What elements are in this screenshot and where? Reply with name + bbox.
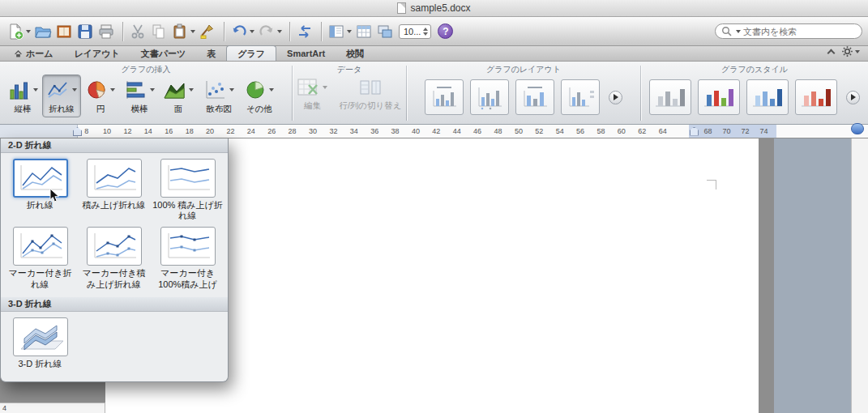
chart-style-thumbnail[interactable]	[698, 79, 740, 115]
ruler-number: 70	[717, 127, 736, 135]
chart-layout-thumbnail[interactable]	[470, 79, 509, 115]
copy-button[interactable]	[149, 21, 169, 42]
chart-style-thumbnail[interactable]	[795, 79, 837, 115]
menu-item-line[interactable]: 折れ線	[3, 159, 77, 221]
copy-icon	[150, 23, 168, 40]
print-button[interactable]	[96, 21, 116, 42]
tab-review[interactable]: 校閲	[336, 46, 374, 61]
insert-other-chart-button[interactable]: その他	[240, 75, 279, 117]
ribbon-settings-button[interactable]	[841, 45, 860, 57]
search-input[interactable]	[743, 27, 856, 36]
show-table-button[interactable]	[354, 21, 374, 42]
chevron-down-icon	[855, 50, 860, 53]
edit-data-button[interactable]: 編集	[293, 75, 331, 113]
gallery-button[interactable]	[54, 21, 74, 42]
toolbar-separator	[289, 22, 290, 41]
tab-layout[interactable]: レイアウト	[64, 46, 130, 61]
ruler-number: 62	[632, 127, 652, 135]
chart-layout-thumbnail[interactable]	[425, 79, 464, 115]
chevron-down-icon	[150, 88, 155, 92]
zoom-combobox[interactable]: 10...	[399, 24, 431, 39]
menu-item-marker-100-stacked[interactable]: マーカー付き100%積み上げ	[151, 227, 224, 289]
menu-item-marker-stacked-line[interactable]: マーカー付き積み上げ折れ線	[77, 227, 151, 289]
view-layout-button[interactable]	[327, 21, 353, 42]
ruler-number: 58	[591, 127, 611, 135]
word-window: sample5.docx	[0, 0, 868, 413]
document-area: 4 2-D 折れ線 折れ線	[0, 138, 868, 413]
format-swap-button[interactable]	[295, 21, 314, 42]
chevron-down-icon	[72, 88, 77, 92]
redo-button[interactable]	[257, 21, 283, 42]
search-box[interactable]	[715, 23, 862, 39]
collapse-ribbon-button[interactable]	[827, 49, 836, 57]
tab-chart[interactable]: グラフ	[226, 45, 276, 61]
media-browser-button[interactable]	[375, 21, 395, 42]
ruler-number: 72	[736, 127, 755, 135]
tab-smartart[interactable]: SmartArt	[276, 46, 336, 61]
group-label: グラフの挿入	[0, 62, 292, 74]
play-right-icon	[614, 94, 618, 100]
format-brush-icon	[199, 23, 216, 40]
ruler-number: 30	[302, 127, 323, 135]
new-document-button[interactable]	[6, 21, 32, 42]
scatter-chart-icon	[203, 79, 226, 100]
menu-section-header: 2-D 折れ線	[1, 138, 228, 153]
ruler-number: 52	[529, 127, 549, 135]
horizontal-scrollbar[interactable]: 4	[0, 402, 105, 413]
help-button[interactable]: ?	[438, 23, 453, 39]
insert-bar-chart-button[interactable]: 横棒	[120, 75, 159, 117]
save-button[interactable]	[75, 21, 95, 42]
chart-style-thumbnail[interactable]	[649, 79, 691, 115]
menu-item-100-stacked-line[interactable]: 100% 積み上げ折れ線	[151, 159, 224, 221]
switch-row-column-button[interactable]: 行/列の切り替え	[336, 75, 404, 113]
format-painter-button[interactable]	[198, 21, 217, 42]
group-chart-style: グラフのスタイル	[641, 62, 868, 124]
tab-home[interactable]: ホーム	[3, 46, 64, 61]
cut-button[interactable]	[128, 21, 148, 42]
button-label: 面	[174, 104, 183, 115]
open-button[interactable]	[33, 21, 53, 42]
zoom-value: 10...	[404, 27, 421, 36]
ruler-number: 42	[426, 127, 447, 135]
tab-table[interactable]: 表	[196, 46, 226, 61]
style-preview-icon	[798, 85, 834, 109]
chevron-down-icon	[323, 86, 327, 89]
tab-document-parts[interactable]: 文書パーツ	[130, 46, 197, 61]
layout-more-button[interactable]	[609, 91, 622, 104]
ruler-number: 40	[405, 127, 425, 135]
pie-chart-icon	[86, 79, 107, 100]
menu-item-marker-line[interactable]: マーカー付き折れ線	[3, 227, 77, 289]
columns-view-icon	[327, 23, 345, 40]
chevron-down-icon	[277, 30, 282, 33]
ruler-number: 44	[447, 127, 467, 135]
tab-label: レイアウト	[75, 48, 120, 60]
bar-chart-icon	[124, 79, 147, 100]
marker-line-thumb	[13, 227, 68, 266]
style-more-button[interactable]	[846, 91, 860, 104]
chart-layout-thumbnail[interactable]	[561, 79, 600, 115]
insert-scatter-chart-button[interactable]: 散布図	[198, 75, 240, 117]
style-preview-icon	[652, 85, 688, 109]
menu-item-3d-line[interactable]: 3-D 折れ線	[3, 317, 77, 369]
vertical-scrollbar-track[interactable]	[851, 138, 868, 413]
chart-layout-thumbnail[interactable]	[515, 79, 554, 115]
chevron-down-icon	[250, 30, 254, 33]
home-icon	[14, 49, 23, 58]
chart-style-thumbnail[interactable]	[746, 79, 789, 115]
step-down-icon	[423, 32, 428, 36]
button-label: 行/列の切り替え	[339, 100, 401, 112]
margin-corner-mark	[707, 180, 716, 189]
menu-item-stacked-line[interactable]: 積み上げ折れ線	[77, 159, 151, 221]
insert-pie-chart-button[interactable]: 円	[81, 75, 120, 117]
insert-column-chart-button[interactable]: 縦棒	[3, 75, 42, 117]
paste-button[interactable]	[170, 21, 196, 42]
ruler-number: 14	[138, 127, 158, 135]
scrollbar-thumb[interactable]	[851, 123, 864, 134]
horizontal-ruler: 8101214161820222426283032343638404244464…	[0, 125, 868, 138]
right-margin-marker[interactable]	[690, 127, 699, 136]
insert-line-chart-button[interactable]: 折れ線	[42, 75, 81, 117]
zoom-stepper[interactable]	[423, 28, 428, 36]
ruler-number: 32	[323, 127, 344, 135]
insert-area-chart-button[interactable]: 面	[159, 75, 198, 117]
undo-button[interactable]	[229, 21, 255, 42]
